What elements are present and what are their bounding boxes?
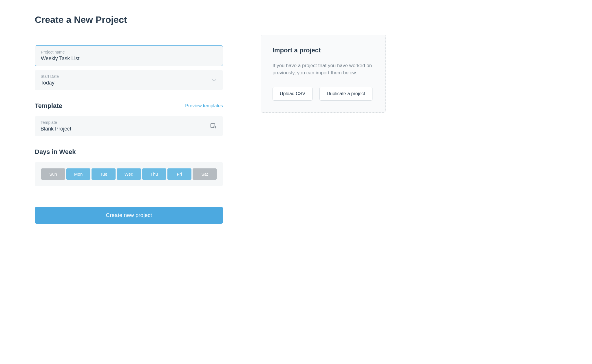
project-name-field[interactable]: Project name	[35, 45, 223, 66]
start-date-field[interactable]: Start Date Today	[35, 70, 223, 90]
project-name-input[interactable]	[41, 56, 217, 62]
project-name-label: Project name	[41, 50, 217, 54]
start-date-label: Start Date	[41, 74, 217, 79]
day-toggle-mon[interactable]: Mon	[66, 168, 90, 180]
day-toggle-sat[interactable]: Sat	[193, 168, 217, 180]
days-section-title: Days in Week	[35, 148, 76, 156]
day-toggle-wed[interactable]: Wed	[117, 168, 141, 180]
duplicate-project-button[interactable]: Duplicate a project	[319, 87, 372, 101]
import-panel: Import a project If you have a project t…	[261, 35, 386, 113]
template-section-title: Template	[35, 102, 62, 110]
create-project-button[interactable]: Create new project	[35, 207, 223, 224]
svg-line-2	[215, 128, 216, 128]
import-description: If you have a project that you have work…	[273, 62, 374, 76]
browse-icon	[210, 123, 216, 130]
template-field[interactable]: Template Blank Project	[35, 116, 223, 136]
day-toggle-fri[interactable]: Fri	[167, 168, 191, 180]
day-toggle-tue[interactable]: Tue	[92, 168, 116, 180]
preview-templates-link[interactable]: Preview templates	[185, 103, 223, 109]
days-in-week-selector: Sun Mon Tue Wed Thu Fri Sat	[35, 162, 223, 186]
upload-csv-button[interactable]: Upload CSV	[273, 87, 313, 101]
day-toggle-sun[interactable]: Sun	[41, 168, 65, 180]
template-label: Template	[41, 120, 217, 125]
chevron-down-icon	[212, 78, 216, 83]
template-value: Blank Project	[41, 126, 217, 132]
start-date-value: Today	[41, 80, 217, 86]
day-toggle-thu[interactable]: Thu	[142, 168, 166, 180]
import-title: Import a project	[273, 47, 374, 54]
page-title: Create a New Project	[35, 14, 223, 25]
